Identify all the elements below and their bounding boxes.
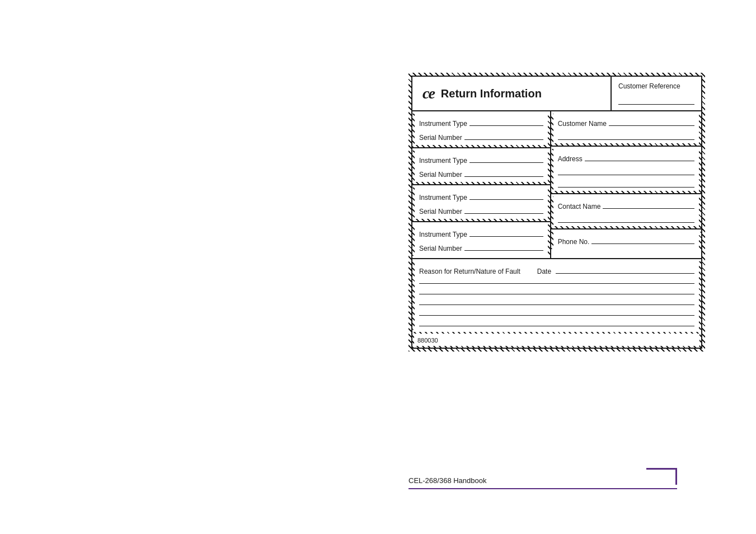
serial-number-line-3: Serial Number — [419, 205, 543, 216]
instrument-type-input-3[interactable] — [469, 191, 543, 200]
customer-name-section: Customer Name — [551, 114, 701, 147]
date-label: Date — [537, 268, 551, 275]
form-footer-wrapper: 880030 — [412, 332, 701, 348]
page: ce Return Information Customer Reference — [0, 0, 756, 534]
serial-number-line-1: Serial Number — [419, 131, 543, 142]
address-input-2[interactable] — [558, 166, 694, 175]
customer-reference-label: Customer Reference — [618, 82, 694, 91]
reason-line-3 — [419, 305, 694, 305]
phone-line: Phone No. — [558, 235, 694, 246]
address-input-3[interactable] — [558, 179, 694, 188]
customer-name-input[interactable] — [609, 117, 694, 126]
footer-content: CEL-268/368 Handbook — [408, 468, 677, 489]
handbook-label: CEL-268/368 Handbook — [408, 476, 487, 485]
serial-number-input-4[interactable] — [464, 242, 543, 251]
address-inner: Address — [553, 149, 699, 191]
serial-number-label-4: Serial Number — [419, 245, 462, 252]
contact-name-line: Contact Name — [558, 200, 694, 210]
serial-number-line-4: Serial Number — [419, 242, 543, 252]
phone-label: Phone No. — [558, 238, 590, 246]
instrument-type-line-4: Instrument Type — [419, 228, 543, 238]
customer-name-input-2[interactable] — [558, 131, 694, 140]
contact-name-inner: Contact Name — [553, 196, 699, 226]
instrument-type-label-3: Instrument Type — [419, 194, 467, 202]
header-left: ce Return Information — [412, 77, 612, 110]
customer-name-inner: Customer Name — [553, 114, 699, 143]
address-line-1: Address — [558, 152, 694, 163]
reason-line-1 — [419, 283, 694, 284]
instrument-row-1: Instrument Type Serial Number — [412, 114, 550, 148]
instrument-type-label-2: Instrument Type — [419, 157, 467, 165]
phone-inner: Phone No. — [553, 232, 699, 249]
address-input-1[interactable] — [585, 152, 694, 161]
instrument-type-line-1: Instrument Type — [419, 117, 543, 128]
address-label: Address — [558, 155, 583, 163]
contact-name-label: Contact Name — [558, 203, 601, 210]
customer-reference-box: Customer Reference — [612, 77, 701, 110]
instrument-row-2: Instrument Type Serial Number — [412, 151, 550, 185]
form-header: ce Return Information Customer Reference — [412, 77, 701, 111]
instrument-type-input-2[interactable] — [469, 154, 543, 163]
address-line-3 — [558, 179, 694, 188]
instrument-row-4-inner: Instrument Type Serial Number — [415, 224, 548, 256]
customer-name-line: Customer Name — [558, 117, 694, 128]
reason-header: Reason for Return/Nature of Fault Date — [419, 265, 694, 275]
form-footer-inner: 880030 — [414, 334, 699, 346]
reason-line-5 — [419, 326, 694, 326]
contact-name-section: Contact Name — [551, 196, 701, 229]
corner-shape — [646, 468, 677, 485]
body-section: Instrument Type Serial Number — [412, 111, 701, 259]
instrument-row-3-inner: Instrument Type Serial Number — [415, 188, 548, 219]
contact-name-line-2 — [558, 214, 694, 223]
serial-number-input-1[interactable] — [464, 131, 543, 140]
instrument-type-input-1[interactable] — [469, 117, 543, 126]
phone-input[interactable] — [591, 235, 694, 244]
reason-lines — [419, 283, 694, 326]
corner-decoration — [646, 468, 677, 485]
customer-name-label: Customer Name — [558, 120, 607, 128]
reason-section: Reason for Return/Nature of Fault Date — [412, 261, 701, 330]
serial-number-input-3[interactable] — [464, 205, 543, 214]
instrument-type-input-4[interactable] — [469, 228, 543, 237]
instruments-column: Instrument Type Serial Number — [412, 111, 551, 258]
form-wrapper: ce Return Information Customer Reference — [408, 73, 705, 352]
reason-line-4 — [419, 315, 694, 316]
instrument-type-line-2: Instrument Type — [419, 154, 543, 165]
form-title: Return Information — [441, 87, 542, 100]
contact-name-input[interactable] — [603, 200, 694, 209]
date-input[interactable] — [556, 265, 694, 274]
serial-number-line-2: Serial Number — [419, 168, 543, 179]
instrument-row-2-inner: Instrument Type Serial Number — [415, 151, 548, 182]
serial-number-label-2: Serial Number — [419, 171, 462, 179]
form-number: 880030 — [417, 337, 438, 344]
reason-line-2 — [419, 294, 694, 294]
instrument-type-line-3: Instrument Type — [419, 191, 543, 202]
reason-inner: Reason for Return/Nature of Fault Date — [415, 261, 699, 330]
page-footer: CEL-268/368 Handbook — [408, 468, 677, 489]
phone-section: Phone No. — [551, 232, 701, 249]
customer-column: Customer Name Address — [551, 111, 701, 258]
instrument-row-4: Instrument Type Serial Number — [412, 224, 550, 256]
instrument-type-label-1: Instrument Type — [419, 120, 467, 128]
serial-number-label-1: Serial Number — [419, 134, 462, 142]
customer-reference-field[interactable] — [618, 95, 694, 105]
address-section: Address — [551, 149, 701, 194]
contact-name-input-2[interactable] — [558, 214, 694, 223]
instrument-type-label-4: Instrument Type — [419, 231, 467, 238]
customer-name-line-2 — [558, 131, 694, 140]
instrument-row-1-inner: Instrument Type Serial Number — [415, 114, 548, 145]
form-outer: ce Return Information Customer Reference — [411, 76, 702, 349]
address-line-2 — [558, 166, 694, 175]
cel-logo: ce — [422, 85, 434, 102]
instrument-row-3: Instrument Type Serial Number — [412, 188, 550, 222]
reason-label: Reason for Return/Nature of Fault — [419, 268, 520, 275]
serial-number-label-3: Serial Number — [419, 208, 462, 216]
serial-number-input-2[interactable] — [464, 168, 543, 177]
